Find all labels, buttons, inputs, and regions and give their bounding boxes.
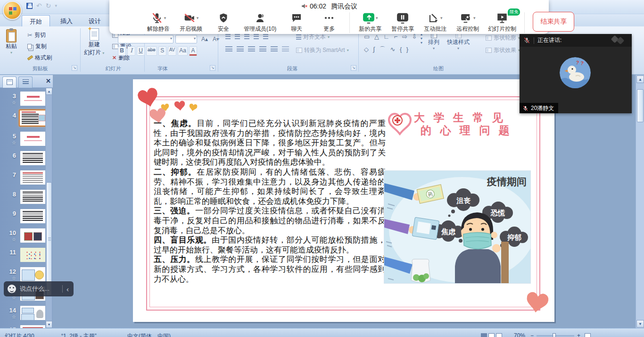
align-left-icon[interactable] [225,46,232,51]
office-button[interactable] [3,1,22,20]
redo-icon[interactable]: ↻ [46,2,51,9]
tab-insert[interactable]: 插入 [53,15,80,26]
pause-share-button[interactable]: 暂停共享 [390,11,415,33]
thumbnail-preview[interactable] [20,170,46,185]
scroll-down-icon[interactable]: ▼ [46,321,52,328]
font-size-combo[interactable] [175,35,197,43]
meeting-app-name: 腾讯会议 [331,2,357,10]
arrange-button[interactable]: 排列▾ [428,33,439,51]
emoji-icon[interactable] [8,285,16,293]
collapse-chevron-icon[interactable]: ‹ [66,285,69,293]
thumbnail-preview[interactable] [20,228,46,243]
save-icon[interactable] [26,3,33,9]
strikethrough-button[interactable]: abe [146,46,157,56]
slide-control-button[interactable]: 限免 幻灯片控制 [488,11,516,33]
numbering-icon[interactable] [235,34,240,39]
shape-outline-button[interactable]: 形状轮廓▾ [486,33,520,42]
qat-dropdown-icon[interactable]: ▾ [55,3,57,8]
chevron-down-icon[interactable]: ▾ [376,16,378,20]
new-share-button[interactable]: ▾ 新的共享 [358,11,382,33]
thumbnail-preview[interactable] [20,305,46,320]
thumbnail-preview[interactable] [20,267,46,282]
remote-control-button[interactable]: ▾ 远程控制 [455,11,480,33]
char-spacing-button[interactable]: AV [168,46,177,56]
distribute-icon[interactable] [271,46,278,51]
tab-outline-view[interactable] [18,76,33,88]
tab-slides-view[interactable] [2,76,17,88]
quick-styles-button[interactable]: 快速样式▾ [447,33,470,51]
shape-gallery-row1[interactable]: ▭ △ ∟ ⌐ ⇨ ⇩ [364,33,418,40]
shrink-font-button[interactable]: A▾ [211,35,221,43]
thumbnail-preview[interactable] [20,189,46,204]
text-shadow-button[interactable]: S [158,46,166,56]
slide-canvas[interactable]: 大 学 生 常 见 的 心 理 问 题 一、焦虑。目前，同学们已经充分认识到新冠… [133,79,554,322]
annotation-button[interactable]: ▾ 互动批注 [423,11,447,33]
panel-scroll-thumb[interactable] [46,182,52,295]
security-button[interactable]: 安全 [211,11,236,33]
close-panel-icon[interactable]: ✕ [46,77,51,84]
font-dialog-launcher[interactable]: ↘ [210,65,215,71]
end-share-button[interactable]: 结束共享 [533,12,574,32]
change-case-button[interactable]: Aa [178,46,188,56]
slide-body-text[interactable]: 一、焦虑。目前，同学们已经充分认识到新冠肺炎疫情的严重性，由于我国政府强有力的举… [154,119,386,284]
line-spacing-icon[interactable] [263,34,268,39]
zoom-slider[interactable]: −+ [530,332,580,337]
mic-muted-icon [522,105,528,111]
bullets-icon[interactable] [225,34,231,39]
font-name-combo[interactable] [118,35,173,43]
underline-button[interactable]: U [137,46,145,56]
align-center-icon[interactable] [237,46,244,51]
chevron-down-icon[interactable]: ▾ [197,16,199,20]
clipboard-dialog-launcher[interactable]: ↘ [72,65,77,71]
decrease-indent-icon[interactable] [244,34,249,39]
thumbnail-preview[interactable] [20,91,46,106]
ppt-vertical-scrollbar[interactable]: ▲ ▼ [636,75,644,328]
tab-home[interactable]: 开始 [22,15,50,26]
smartart-button[interactable]: 转换为 SmartArt▾ [296,45,349,55]
thumbnail-preview[interactable] [19,110,47,126]
thumbnail-preview[interactable] [20,151,46,166]
start-video-button[interactable]: ▾ 开启视频 [179,11,203,33]
paragraph-dialog-launcher[interactable]: ↘ [351,65,356,71]
align-right-icon[interactable] [248,46,255,51]
chat-placeholder[interactable]: 说点什么... [20,285,58,293]
chevron-down-icon[interactable]: ▾ [440,16,443,20]
increase-indent-icon[interactable] [254,34,259,39]
more-button[interactable]: 更多 [317,11,341,33]
slide-paragraph: 五、压力。线上教学的开展，保证了同学们按时学习，但是面对新的授课方式、学习方式，… [154,255,386,284]
scroll-thumb[interactable] [637,89,644,122]
shape-effects-button[interactable]: 形状效果▾ [486,45,520,55]
bold-button[interactable]: B [118,46,126,56]
video-feed[interactable]: ? ? 20潘静文 [520,47,632,113]
chat-quick-bubble[interactable]: 说点什么... ‹ [4,281,74,296]
shape-gallery-row2[interactable]: ◇ ∫ ⌒ ∿ { } [364,45,410,54]
justify-icon[interactable] [259,46,266,51]
font-color-button[interactable]: A [189,46,197,56]
fit-to-window-icon[interactable] [585,332,592,337]
manage-members-button[interactable]: 管理成员(10) [244,11,276,33]
grow-font-button[interactable]: A▴ [200,35,209,43]
unmute-button[interactable]: ▾ 解除静音 [146,11,171,33]
copy-button[interactable]: 复制 [27,42,47,51]
thumbnail-preview[interactable] [20,209,46,224]
new-slide-button[interactable]: 新建 幻灯片 ▾ [84,28,104,57]
scroll-up-icon[interactable]: ▲ [46,88,52,95]
slide-title[interactable]: 大 学 生 常 见 的 心 理 问 题 [414,111,541,137]
paste-button[interactable]: 粘贴▾ [6,29,17,55]
format-painter-button[interactable]: 格式刷 [27,53,52,62]
chevron-down-icon[interactable]: ▾ [164,16,166,20]
scroll-down-icon[interactable]: ▼ [636,320,644,328]
shape-gallery-scroll[interactable]: ▲▼▼ [419,32,424,45]
tab-design[interactable]: 设计 [81,15,108,26]
cut-button[interactable]: 剪切 [27,30,46,40]
chat-button[interactable]: 聊天 [284,11,309,33]
columns-icon[interactable] [282,46,289,51]
undo-icon[interactable]: ↶ [36,2,42,9]
video-panel[interactable]: 正在讲话: ? ? [520,34,632,113]
chevron-down-icon[interactable]: ▾ [473,16,476,20]
scroll-up-icon[interactable]: ▲ [636,76,644,83]
italic-button[interactable]: I [127,46,135,56]
view-buttons[interactable] [481,332,504,337]
thumbnail-preview[interactable] [20,247,46,262]
thumbnail-preview[interactable] [20,131,46,146]
